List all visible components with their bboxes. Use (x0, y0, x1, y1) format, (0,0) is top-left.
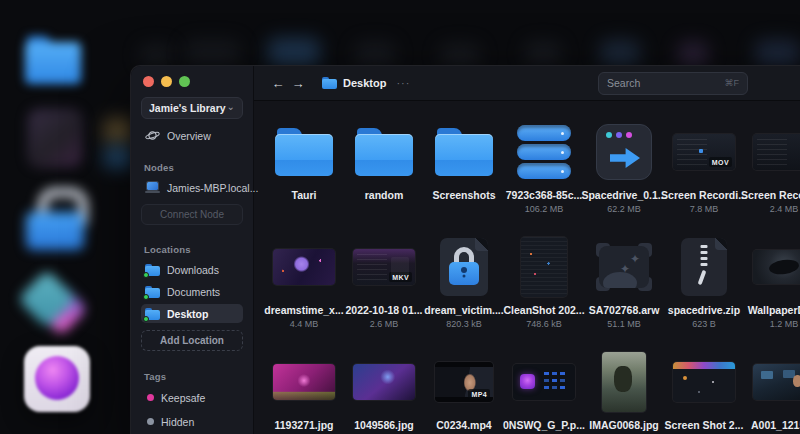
background-folder-icon (25, 36, 81, 84)
format-badge: MOV (709, 157, 732, 167)
sidebar-item-node[interactable]: Jamies-MBP.local... (141, 178, 243, 197)
sidebar-tag-hidden[interactable]: Hidden (141, 411, 243, 432)
database-icon (517, 125, 571, 179)
file-item-1049586[interactable]: 1049586.jpg (344, 349, 424, 434)
file-item-0nswq[interactable]: 0NSWQ_G_P.p... (504, 349, 584, 434)
background-padlock-icon (26, 188, 84, 250)
file-name: random (365, 190, 404, 201)
library-selector[interactable]: Jamie's Library ⌄ (141, 97, 243, 119)
online-dot (143, 272, 149, 278)
location-label: Documents (167, 286, 220, 298)
file-item-a001[interactable]: A001_121507 (744, 349, 800, 434)
file-name: C0234.mp4 (436, 420, 491, 431)
file-name: 0NSWQ_G_P.p... (503, 420, 585, 431)
search-input[interactable] (607, 77, 725, 89)
add-location-button[interactable]: Add Location (141, 330, 243, 351)
file-name: Tauri (292, 190, 317, 201)
search-shortcut: ⌘F (725, 78, 740, 88)
image-thumbnail (273, 249, 335, 285)
library-name: Jamie's Library (149, 102, 227, 114)
zoom-button[interactable] (179, 76, 190, 87)
file-item-zip[interactable]: spacedrive.zip 623 B (664, 234, 744, 349)
more-options-button[interactable]: ··· (396, 77, 410, 89)
file-item-screen-shot[interactable]: Screen Shot 2... (664, 349, 744, 434)
file-item-wallpaper[interactable]: WallpaperDo... 1.2 MB (744, 234, 800, 349)
file-name: SA702768.arw (589, 305, 660, 316)
location-label: Desktop (167, 308, 208, 320)
file-item-c0234[interactable]: MP4 C0234.mp4 (424, 349, 504, 434)
spacedrive-window: Jamie's Library ⌄ Overview Nodes Jamies-… (130, 65, 800, 434)
file-item-imag0068[interactable]: IMAG0068.jpg (584, 349, 664, 434)
file-item-cleanshot[interactable]: CleanShot 202... 748.6 kB (504, 234, 584, 349)
file-name: Screen Recordi... (661, 190, 747, 201)
laptop-icon (145, 182, 160, 193)
file-item-screen-recording-2[interactable]: Screen Recordi... 2.4 MB (744, 119, 800, 234)
file-size: 4.4 MB (290, 320, 319, 329)
file-name: 1193271.jpg (275, 420, 334, 431)
minimize-button[interactable] (161, 76, 172, 87)
file-item-random[interactable]: random (344, 119, 424, 234)
video-thumbnail: MOV (673, 134, 735, 170)
sidebar-item-documents[interactable]: Documents (141, 282, 243, 301)
tag-color-dot (147, 418, 154, 425)
sidebar: Jamie's Library ⌄ Overview Nodes Jamies-… (131, 66, 254, 434)
folder-icon (275, 128, 333, 176)
file-grid: Tauri random Screenshots 7923c368-85c... (254, 101, 800, 434)
breadcrumb[interactable]: Desktop (322, 77, 386, 89)
file-item-1193271[interactable]: 1193271.jpg (264, 349, 344, 434)
current-location: Desktop (343, 77, 386, 89)
folder-icon (322, 77, 337, 89)
file-name: WallpaperDo... (748, 305, 800, 316)
folder-icon (355, 128, 413, 176)
section-locations: Locations (144, 244, 253, 255)
file-item-dreamstime[interactable]: dreamstime_x... 4.4 MB (264, 234, 344, 349)
video-thumbnail: MP4 (435, 362, 493, 402)
forward-button[interactable]: → (288, 76, 308, 91)
node-name: Jamies-MBP.local... (167, 182, 258, 194)
search-field[interactable]: ⌘F (598, 72, 748, 95)
grid-row: Tauri random Screenshots 7923c368-85c... (264, 119, 800, 234)
file-size: 820.3 kB (446, 320, 482, 329)
file-item-screen-recording-1[interactable]: MOV Screen Recordi... 7.8 MB (664, 119, 744, 234)
file-item-mkv-video[interactable]: MKV 2022-10-18 01... 2.6 MB (344, 234, 424, 349)
sidebar-item-downloads[interactable]: Downloads (141, 260, 243, 279)
grid-row: dreamstime_x... 4.4 MB MKV 2022-10-18 01… (264, 234, 800, 349)
format-badge: MP4 (468, 389, 490, 399)
file-name: 1049586.jpg (354, 420, 414, 431)
folder-icon (435, 128, 493, 176)
connect-node-button[interactable]: Connect Node (141, 204, 243, 225)
arrow-right-icon (610, 146, 640, 170)
online-dot (143, 294, 149, 300)
file-item-screenshots[interactable]: Screenshots (424, 119, 504, 234)
file-size: 1.2 MB (770, 320, 799, 329)
sidebar-tag-keepsafe[interactable]: Keepsafe (141, 387, 243, 408)
file-size: 7.8 MB (690, 205, 719, 214)
section-tags: Tags (144, 371, 253, 382)
spacedrive-app-icon (24, 346, 90, 412)
file-item-encrypted[interactable]: dream_victim.... 820.3 kB (424, 234, 504, 349)
screenshot-thumbnail (521, 237, 567, 297)
back-button[interactable]: ← (268, 76, 288, 91)
background-box-icon (29, 110, 81, 166)
sidebar-item-desktop[interactable]: Desktop (141, 304, 243, 323)
file-name: Screen Recordi... (741, 190, 800, 201)
folder-icon (145, 308, 160, 320)
grid-row: 1193271.jpg 1049586.jpg MP4 C0234.mp4 0N… (264, 349, 800, 434)
file-item-spacedrive-app[interactable]: Spacedrive_0.1... 62.2 MB (584, 119, 664, 234)
video-thumbnail (753, 364, 800, 400)
close-button[interactable] (143, 76, 154, 87)
file-name: spacedrive.zip (668, 305, 740, 316)
file-item-tauri[interactable]: Tauri (264, 119, 344, 234)
file-name: CleanShot 202... (503, 305, 584, 316)
file-name: dream_victim.... (424, 305, 503, 316)
chevron-down-icon: ⌄ (227, 102, 235, 112)
file-item-database[interactable]: 7923c368-85c... 106.2 MB (504, 119, 584, 234)
sidebar-item-overview[interactable]: Overview (141, 126, 243, 145)
video-thumbnail: MKV (353, 249, 415, 285)
tag-label: Keepsafe (161, 392, 205, 404)
file-size: 51.1 MB (607, 320, 641, 329)
toolbar: ← → Desktop ··· ⌘F (254, 66, 800, 101)
section-nodes: Nodes (144, 162, 253, 173)
file-item-raw-photo[interactable]: ✦✦ SA702768.arw 51.1 MB (584, 234, 664, 349)
file-size: 2.4 MB (770, 205, 799, 214)
